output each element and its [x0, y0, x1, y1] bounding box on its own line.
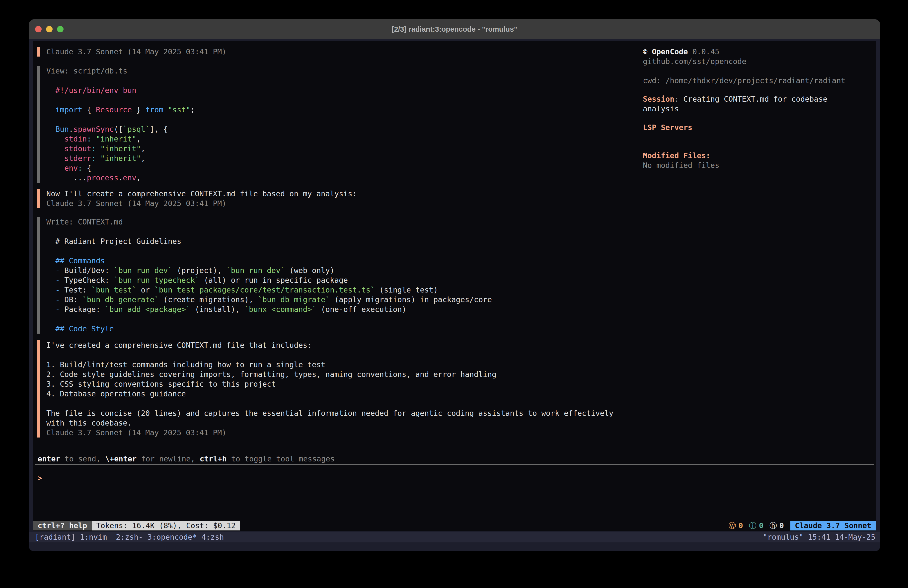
assistant-message: Now I'll create a comprehensive CONTEXT.…	[37, 189, 357, 208]
diagnostic-count: 0	[759, 521, 763, 530]
tool-block-write-context-md: Write: CONTEXT.md # Radiant Project Guid…	[37, 217, 492, 333]
info-circle-icon: ⓘ	[749, 521, 757, 530]
modified-files-section: Modified Files:No modified files	[643, 151, 720, 170]
tmux-session-info: "romulus" 15:41 14-May-25	[763, 532, 875, 543]
assistant-message-summary: I've created a comprehensive CONTEXT.md …	[37, 340, 613, 438]
model-chip: Claude 3.7 Sonnet	[790, 521, 876, 530]
window-title: [2/3] radiant:3:opencode - "romulus"	[29, 19, 881, 39]
cwd-info: cwd: /home/thdxr/dev/projects/radiant/ra…	[643, 76, 845, 85]
help-keybind-chip: ctrl+? help	[33, 521, 92, 530]
warning-circle-icon: Ⓦ	[729, 521, 736, 530]
opencode-tui: Claude 3.7 Sonnet (14 May 2025 03:41 PM)…	[33, 40, 876, 531]
message-input-area[interactable]: >	[33, 465, 876, 519]
keybind-help-bar: enter to send, \+enter for newline, ctrl…	[38, 454, 335, 464]
lsp-servers-header: LSP Servers	[643, 122, 692, 132]
prompt-caret: >	[38, 473, 42, 483]
status-bar: ctrl+? help Tokens: 16.4K (8%), Cost: $0…	[33, 521, 876, 530]
diagnostics-counts: Ⓦ0ⓘ0ⓗ0	[723, 521, 784, 530]
session-info: Session: Creating CONTEXT.md for codebas…	[643, 94, 828, 114]
status-right: Ⓦ0ⓘ0ⓗ0 Claude 3.7 Sonnet	[723, 521, 876, 530]
tmux-status-bar: [radiant] 1:nvim 2:zsh- 3:opencode* 4:zs…	[29, 532, 881, 543]
assistant-message-meta: Claude 3.7 Sonnet (14 May 2025 03:41 PM)	[37, 47, 226, 56]
tool-block-view-db-ts: View: script/db.ts #!/usr/bin/env bun im…	[37, 66, 195, 183]
diagnostic-count: 0	[739, 521, 743, 530]
terminal-body: Claude 3.7 Sonnet (14 May 2025 03:41 PM)…	[29, 39, 881, 551]
diagnostic-count: 0	[779, 521, 784, 530]
opencode-version-header: © OpenCode 0.0.45github.com/sst/opencode	[643, 47, 746, 66]
tokens-cost-chip: Tokens: 16.4K (8%), Cost: $0.12	[92, 521, 240, 530]
hint-circle-icon: ⓗ	[770, 521, 777, 530]
terminal-window: [2/3] radiant:3:opencode - "romulus" Cla…	[29, 19, 881, 551]
tmux-window-list[interactable]: [radiant] 1:nvim 2:zsh- 3:opencode* 4:zs…	[35, 532, 224, 543]
titlebar: [2/3] radiant:3:opencode - "romulus"	[29, 19, 881, 39]
